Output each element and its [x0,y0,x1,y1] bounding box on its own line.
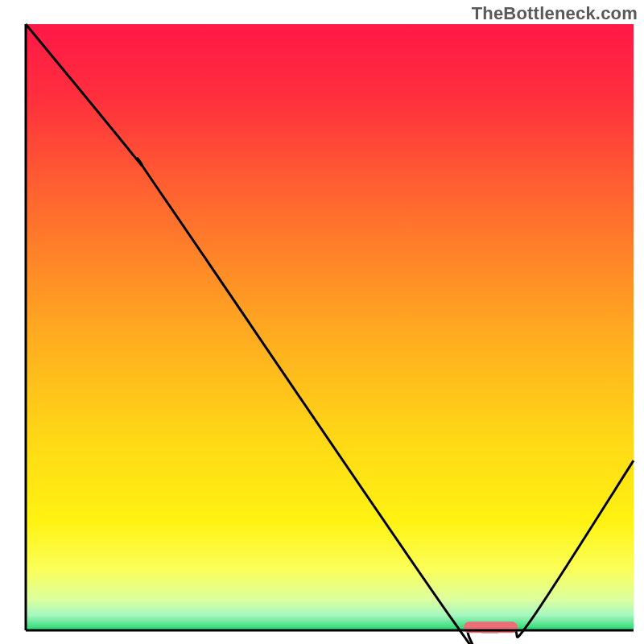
chart-container: TheBottleneck.com [0,0,644,644]
bottleneck-chart [0,0,644,644]
watermark-text: TheBottleneck.com [472,3,638,24]
plot-background [26,24,634,630]
